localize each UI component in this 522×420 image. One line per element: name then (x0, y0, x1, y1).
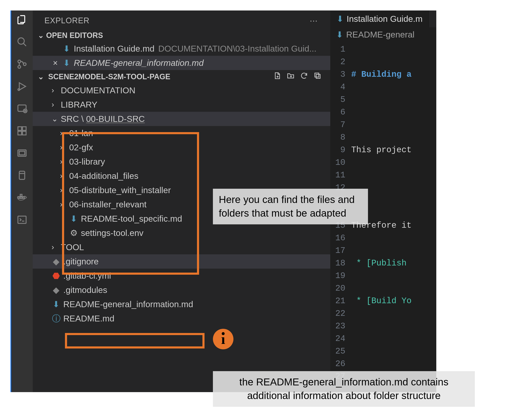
git-icon: ◆ (52, 257, 61, 266)
file-label: README.md (63, 314, 115, 324)
explorer-more-icon[interactable]: ··· (310, 16, 322, 26)
line-number: 6 (330, 106, 345, 119)
project-name: SCENE2MODEL-S2M-TOOL-PAGE (48, 72, 170, 81)
extensions-icon[interactable] (16, 125, 27, 136)
svg-rect-13 (18, 131, 22, 135)
remote-explorer-icon[interactable] (16, 103, 27, 114)
markdown-icon: ⬇ (62, 45, 71, 53)
editor-tab[interactable]: ⬇ Installation Guide.m (330, 10, 429, 27)
folder-library[interactable]: › LIBRARY (33, 98, 330, 112)
svg-line-1 (23, 43, 26, 46)
tab-title: Installation Guide.m (347, 14, 422, 24)
terminal-icon[interactable] (16, 214, 27, 225)
window-icon[interactable] (16, 148, 27, 158)
folder-documentation[interactable]: › DOCUMENTATION (33, 83, 330, 98)
folder-child[interactable]: ›02-gfx (33, 140, 330, 155)
git-icon: ◆ (52, 285, 61, 295)
line-number: 21 (330, 295, 345, 307)
folder-path-prefix: SRC \ (61, 114, 86, 124)
markdown-icon: ⬇ (62, 59, 71, 67)
open-editor-item-active[interactable]: × ⬇ README-general_information.md (33, 56, 330, 70)
folder-label: 01-lan (69, 128, 93, 138)
line-number: 25 (330, 345, 345, 358)
markdown-icon: ⬇ (52, 300, 61, 308)
file-gitignore[interactable]: ◆.gitignore (33, 254, 330, 269)
line-number: 17 (330, 244, 345, 257)
chevron-down-icon: ⌄ (38, 31, 44, 40)
code-line: * [Build Yo (351, 296, 412, 306)
code-line: # Building a (351, 70, 412, 79)
svg-point-0 (18, 38, 24, 44)
line-number: 24 (330, 333, 345, 345)
open-editor-name: Installation Guide.md (74, 44, 154, 54)
file-gitlab-ci[interactable]: ⬣.gitlab-ci.yml (33, 269, 330, 283)
line-number: 4 (330, 81, 345, 93)
file-label: .gitmodules (63, 285, 107, 295)
folder-src-build[interactable]: ⌄ SRC \ 00-BUILD-SRC (33, 112, 330, 126)
explorer-icon[interactable] (16, 14, 27, 25)
activity-bar (10, 10, 33, 392)
svg-point-2 (18, 60, 21, 63)
svg-marker-5 (19, 83, 26, 90)
chevron-right-icon: › (60, 171, 68, 180)
folder-label: 03-library (69, 157, 105, 167)
collapse-all-icon[interactable] (314, 72, 322, 82)
folder-child[interactable]: ›04-additional_files (33, 169, 330, 183)
svg-rect-29 (315, 73, 319, 77)
line-number: 7 (330, 119, 345, 131)
folder-tool[interactable]: ›TOOL (33, 240, 330, 254)
chevron-right-icon: › (60, 129, 68, 138)
line-number: 22 (330, 307, 345, 320)
chevron-right-icon: › (60, 186, 68, 194)
file-gitmodules[interactable]: ◆.gitmodules (33, 283, 330, 297)
folder-label: LIBRARY (61, 100, 97, 110)
search-icon[interactable] (16, 37, 27, 47)
svg-rect-30 (316, 74, 320, 78)
file-readme-general[interactable]: ⬇README-general_information.md (33, 297, 330, 311)
folder-label: 02-gfx (69, 143, 93, 152)
run-debug-icon[interactable] (16, 81, 27, 92)
line-number: 5 (330, 93, 345, 106)
svg-rect-11 (18, 127, 22, 130)
file-readme[interactable]: ⓘREADME.md (33, 311, 330, 326)
markdown-icon: ⬇ (336, 31, 343, 39)
folder-child[interactable]: ›03-library (33, 155, 330, 169)
project-header-actions (273, 72, 322, 82)
svg-rect-14 (23, 131, 26, 135)
breadcrumb[interactable]: ⬇ README-general (330, 27, 436, 42)
svg-rect-22 (20, 194, 22, 196)
chevron-down-icon: ⌄ (38, 72, 44, 81)
file-label: settings-tool.env (81, 228, 144, 238)
chevron-right-icon: › (60, 200, 68, 209)
folder-label: 05-distribute_with_installer (69, 185, 171, 195)
file-label: README-tool_specific.md (81, 214, 182, 224)
line-number: 10 (330, 156, 345, 169)
folder-name: 00-BUILD-SRC (86, 114, 145, 124)
new-folder-icon[interactable] (287, 72, 295, 82)
line-number: 20 (330, 282, 345, 295)
open-editor-item[interactable]: ⬇ Installation Guide.md DOCUMENTATION\03… (33, 41, 330, 56)
annotation-callout-1: Here you can find the files and folders … (213, 189, 368, 224)
project-header[interactable]: ⌄ SCENE2MODEL-S2M-TOOL-PAGE (33, 70, 330, 83)
line-number: 2 (330, 56, 345, 68)
explorer-title-row: EXPLORER ··· (33, 10, 330, 29)
breadcrumb-text: README-general (346, 30, 415, 40)
line-number: 16 (330, 232, 345, 244)
line-number: 9 (330, 144, 345, 156)
new-file-icon[interactable] (273, 72, 281, 82)
spacer (52, 44, 59, 54)
chevron-right-icon: › (52, 86, 59, 95)
file-label: .gitignore (63, 257, 99, 266)
open-editors-header[interactable]: ⌄ OPEN EDITORS (33, 29, 330, 41)
file-settings-env[interactable]: ⚙settings-tool.env (33, 226, 330, 240)
device-icon[interactable] (16, 170, 27, 181)
folder-label: 04-additional_files (69, 171, 138, 181)
open-editor-name: README-general_information.md (74, 58, 204, 68)
docker-icon[interactable] (16, 192, 27, 203)
line-number: 18 (330, 257, 345, 270)
folder-child[interactable]: ›01-lan (33, 126, 330, 140)
refresh-icon[interactable] (300, 72, 308, 82)
source-control-icon[interactable] (16, 59, 27, 70)
close-icon[interactable]: × (52, 58, 59, 68)
annotation-callout-2: the README-general_information.md contai… (213, 371, 475, 407)
